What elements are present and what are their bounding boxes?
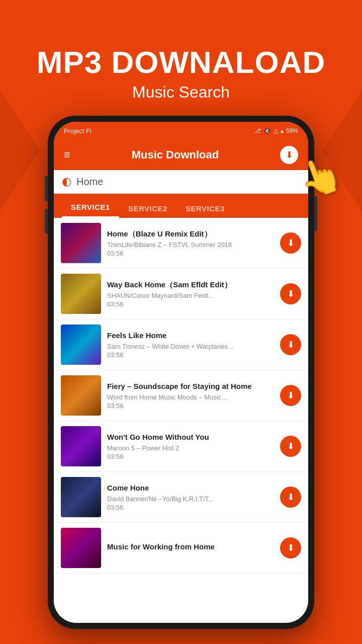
song-thumb-0 [61,223,101,263]
tab-service1[interactable]: SERVICE1 [62,198,119,218]
song-duration-4: 03:56 [107,453,274,460]
app-title: Music Download [132,148,219,162]
song-title-0: Home（Blaze U Remix Edit） [107,229,274,239]
song-info-1: Way Back Home（Sam Efldt Edit） SHAUN/Cono… [107,280,274,308]
song-info-3: Fiery – Soundscape for Staying at Home W… [107,381,274,410]
song-artist-4: Maroon 5 – Power Hist 2 [107,444,274,452]
song-thumb-5 [61,477,101,517]
bluetooth-icon: ⎇ [254,127,261,134]
song-duration-5: 03:56 [107,504,274,511]
tabs-bar: SERVICE1 SERVICE2 SERVICE3 [54,194,308,218]
song-title-1: Way Back Home（Sam Efldt Edit） [107,280,274,290]
song-info-4: Won't Go Home Without You Maroon 5 – Pow… [107,432,274,460]
song-item-1: Way Back Home（Sam Efldt Edit） SHAUN/Cono… [54,269,308,319]
triangle-left-decoration [0,91,40,211]
volume-up-button [45,176,48,201]
song-thumb-3 [61,375,101,416]
carrier-text: Project Fi [64,127,92,135]
song-info-0: Home（Blaze U Remix Edit） ThimLife/Bibian… [107,229,274,257]
signal-icon: ▴ [281,127,284,134]
tab-service2[interactable]: SERVICE2 [119,199,176,218]
song-artist-1: SHAUN/Conor Maynard/Sam Feldt... [107,292,274,299]
song-artist-5: David Banner/Ne –Yo/Big K.R.I.T/T... [107,495,274,503]
search-input[interactable] [76,176,300,188]
song-item-3: Fiery – Soundscape for Staying at Home W… [54,370,308,421]
song-duration-0: 03:56 [107,250,274,257]
phone-mockup: Project Fi ⎇ 🔇 △ ▴ 59% ≡ Music Download … [48,116,314,629]
song-item-4: Won't Go Home Without You Maroon 5 – Pow… [54,421,308,472]
song-duration-2: 03:56 [107,351,274,359]
song-duration-1: 03:56 [107,300,274,308]
song-info-5: Come Hone David Banner/Ne –Yo/Big K.R.I.… [107,483,274,511]
song-download-button-4[interactable] [280,436,301,457]
song-thumb-6 [61,528,101,568]
tab-service3[interactable]: SERVICE3 [176,199,234,218]
song-download-button-6[interactable] [280,537,301,558]
search-icon: ◐ [62,175,71,188]
song-title-5: Come Hone [107,483,274,493]
header-download-button[interactable] [280,146,298,164]
status-bar: Project Fi ⎇ 🔇 △ ▴ 59% [54,122,308,140]
phone-frame: Project Fi ⎇ 🔇 △ ▴ 59% ≡ Music Download … [48,116,314,629]
power-button [314,196,317,231]
song-title-2: Feels Like Home [107,331,274,341]
app-header: ≡ Music Download [54,140,308,170]
song-thumb-4 [61,426,101,466]
song-item-6: Music for Working from Home [54,523,308,574]
song-artist-3: Word from Home Music Moods – Music... [107,393,274,401]
phone-screen: Project Fi ⎇ 🔇 △ ▴ 59% ≡ Music Download … [54,122,308,623]
promo-title: MP3 DOWNALOAD [37,44,325,80]
song-download-button-3[interactable] [280,385,301,406]
song-download-button-5[interactable] [280,487,301,508]
song-download-button-0[interactable] [280,232,301,254]
song-artist-0: ThimLife/Bibiane Z – FSTVL Summer 2018 [107,241,274,249]
song-artist-2: Sam Tinnesz – White Doves + Warplanes... [107,343,274,350]
song-thumb-1 [61,274,101,314]
search-bar: ◐ [54,170,308,194]
wifi-icon: △ [274,127,278,134]
promo-subtitle: Music Search [132,83,230,102]
song-download-button-2[interactable] [280,334,301,355]
song-download-button-1[interactable] [280,283,301,304]
status-icons: ⎇ 🔇 △ ▴ 59% [254,127,298,134]
song-info-6: Music for Working from Home [107,542,274,554]
song-item-0: Home（Blaze U Remix Edit） ThimLife/Bibian… [54,218,308,269]
song-duration-3: 03:56 [107,402,274,410]
vibrate-icon: 🔇 [263,127,271,134]
song-info-2: Feels Like Home Sam Tinnesz – White Dove… [107,331,274,359]
song-title-4: Won't Go Home Without You [107,432,274,442]
hamburger-menu-button[interactable]: ≡ [64,149,70,160]
battery-text: 59% [286,127,298,134]
song-title-3: Fiery – Soundscape for Staying at Home [107,381,274,391]
song-item-2: Feels Like Home Sam Tinnesz – White Dove… [54,319,308,370]
volume-down-button [45,209,48,234]
song-title-6: Music for Working from Home [107,542,274,552]
song-thumb-2 [61,325,101,365]
background-header: MP3 DOWNALOAD Music Search [0,0,362,131]
song-list: Home（Blaze U Remix Edit） ThimLife/Bibian… [54,218,308,623]
song-item-5: Come Hone David Banner/Ne –Yo/Big K.R.I.… [54,472,308,523]
